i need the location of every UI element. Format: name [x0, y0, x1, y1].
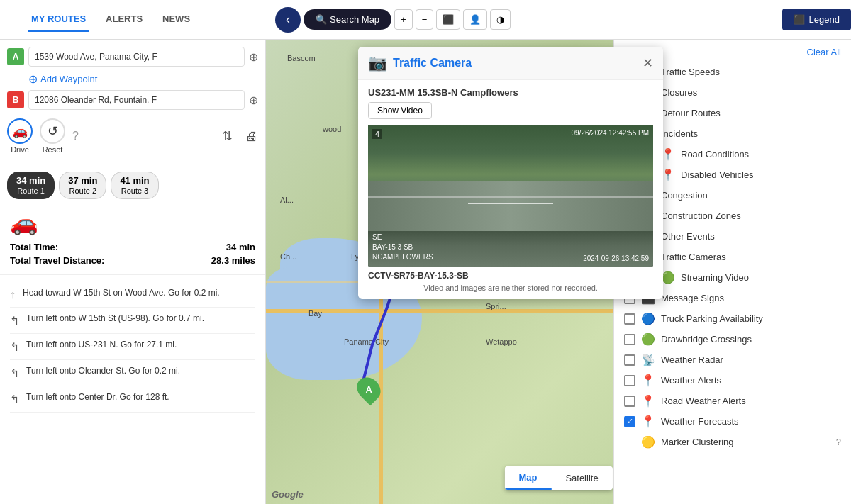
total-distance-value: 28.3 miles: [211, 255, 255, 266]
incidents-label: Incidents: [661, 128, 841, 139]
layers-button[interactable]: 👤: [463, 9, 487, 30]
streaming-video-label: Streaming Video: [681, 272, 841, 283]
search-bar-area: ‹ 🔍 Search Map + − ⬛ 👤 ◑: [269, 7, 782, 33]
tab-my-routes[interactable]: MY ROUTES: [28, 8, 89, 32]
waypoint-a-input[interactable]: [28, 47, 245, 67]
camera-overlay-timestamp: 2024-09-26 13:42:59: [583, 254, 649, 262]
route-info: 🚗 Total Time: 34 min Total Travel Distan…: [0, 199, 265, 275]
traffic-cameras-label: Traffic Cameras: [661, 252, 841, 262]
camera-feed: 4 09/26/2024 12:42:55 PM SE BAY-15 3 SB …: [368, 125, 653, 267]
legend-item-drawbridge: 🟢 Drawbridge Crossings: [624, 329, 841, 349]
save-icon: ⬛: [443, 14, 454, 25]
direction-item: ↰ Turn left onto W 15th St (US-98). Go f…: [10, 308, 255, 334]
route-tab-2[interactable]: 37 min Route 2: [59, 172, 106, 199]
direction-text: Turn left onto Center Dr. Go for 128 ft.: [26, 392, 169, 402]
contrast-icon: ◑: [496, 14, 504, 25]
waypoint-a-row: A ⊕: [7, 47, 258, 67]
tab-alerts[interactable]: ALERTS: [103, 8, 145, 32]
truck-parking-checkbox[interactable]: [624, 313, 635, 325]
marker-clustering-label: Marker Clustering: [661, 437, 828, 447]
camera-overlay-datetime: 09/26/2024 12:42:55 PM: [571, 129, 649, 137]
search-icon: 🔍: [316, 14, 327, 25]
legend-item-weather-radar: 📡 Weather Radar: [624, 349, 841, 370]
waypoint-a-label: A: [7, 48, 24, 65]
start-marker-a: A: [358, 376, 379, 402]
truck-parking-icon: 🔵: [641, 312, 655, 325]
legend-item-truck-parking: 🔵 Truck Parking Availability: [624, 308, 841, 329]
reset-icon: ↺: [40, 118, 65, 144]
google-logo: Google: [272, 489, 304, 500]
direction-arrow: ↰: [10, 314, 19, 327]
map-view-button[interactable]: Map: [504, 466, 551, 490]
legend-button[interactable]: ⬛ Legend: [782, 9, 851, 30]
save-button[interactable]: ⬛: [436, 9, 460, 30]
route-tab-1[interactable]: 34 min Route 1: [7, 172, 55, 199]
weather-forecasts-checkbox[interactable]: ✓: [624, 416, 635, 427]
legend-item-weather-alerts: 📍 Weather Alerts: [624, 370, 841, 391]
congestion-label: Congestion: [661, 190, 841, 201]
message-signs-label: Message Signs: [661, 293, 841, 303]
reset-button[interactable]: ↺ Reset: [40, 118, 65, 154]
direction-item: ↑ Head toward W 15th St on Wood Ave. Go …: [10, 282, 255, 308]
tab-news[interactable]: NEWS: [160, 8, 193, 32]
camera-close-button[interactable]: ✕: [643, 55, 653, 71]
weather-alerts-icon: 📍: [641, 374, 655, 387]
add-waypoint-icon: ⊕: [28, 72, 38, 86]
route-controls: 🚗 Drive ↺ Reset ? ⇅ 🖨: [7, 116, 258, 157]
nav-logo-area: MY ROUTES ALERTS NEWS: [0, 8, 269, 32]
legend-item-road-weather: 📍 Road Weather Alerts: [624, 391, 841, 411]
waypoint-b-locate-button[interactable]: ⊕: [249, 94, 258, 107]
camera-popup-title: Traffic Camera: [393, 57, 637, 69]
drawbridge-icon: 🟢: [641, 332, 655, 346]
clear-all-button[interactable]: Clear All: [807, 47, 841, 57]
marker-clustering-help-icon[interactable]: ?: [836, 437, 841, 447]
help-button[interactable]: ?: [72, 130, 79, 142]
road-weather-label: Road Weather Alerts: [661, 396, 841, 406]
direction-arrow: ↰: [10, 393, 19, 406]
total-time-row: Total Time: 34 min: [10, 242, 255, 252]
weather-radar-label: Weather Radar: [661, 354, 841, 365]
disabled-vehicles-label: Disabled Vehicles: [681, 169, 841, 180]
show-video-button[interactable]: Show Video: [368, 102, 432, 119]
back-button[interactable]: ‹: [275, 7, 301, 33]
direction-item: ↰ Turn left onto US-231 N. Go for 27.1 m…: [10, 334, 255, 360]
route-inputs: A ⊕ ⊕ Add Waypoint B ⊕ 🚗 Drive ↺ Reset ?…: [0, 40, 265, 164]
left-panel: A ⊕ ⊕ Add Waypoint B ⊕ 🚗 Drive ↺ Reset ?…: [0, 40, 266, 504]
camera-popup-body: US231-MM 15.3SB-N Campflowers Show Video…: [358, 80, 663, 299]
camera-overlay-number: 4: [372, 129, 382, 139]
direction-text: Head toward W 15th St on Wood Ave. Go fo…: [23, 288, 220, 298]
contrast-button[interactable]: ◑: [490, 9, 511, 30]
camera-overlay-location: SE BAY-15 3 SB NCAMPFLOWERS: [372, 233, 433, 262]
total-time-value: 34 min: [226, 242, 255, 252]
satellite-view-button[interactable]: Satellite: [551, 466, 612, 490]
detour-routes-label: Detour Routes: [661, 108, 841, 118]
waypoint-b-input[interactable]: [28, 90, 245, 110]
camera-id: US231-MM 15.3SB-N Campflowers: [368, 87, 653, 98]
direction-text: Turn left onto US-231 N. Go for 27.1 mi.: [26, 340, 177, 349]
drive-button[interactable]: 🚗 Drive: [7, 118, 33, 154]
search-map-button[interactable]: 🔍 Search Map: [304, 9, 391, 30]
road-weather-checkbox[interactable]: [624, 396, 635, 407]
waypoint-a-locate-button[interactable]: ⊕: [249, 50, 258, 64]
drawbridge-checkbox[interactable]: [624, 334, 635, 345]
route-tab-3[interactable]: 41 min Route 3: [111, 172, 158, 199]
direction-arrow: ↰: [10, 366, 19, 380]
route-tabs: 34 min Route 1 37 min Route 2 41 min Rou…: [0, 164, 265, 199]
direction-text: Turn left onto Oleander St. Go for 0.2 m…: [26, 366, 180, 376]
total-distance-label: Total Travel Distance:: [10, 255, 104, 266]
directions-list: ↑ Head toward W 15th St on Wood Ave. Go …: [0, 275, 265, 420]
truck-parking-label: Truck Parking Availability: [661, 313, 841, 324]
layers-icon: 👤: [469, 14, 481, 25]
disabled-vehicles-icon: 📍: [661, 168, 675, 181]
camera-popup-header: 📷 Traffic Camera ✕: [358, 47, 663, 80]
weather-radar-icon: 📡: [641, 353, 655, 366]
print-button[interactable]: 🖨: [245, 129, 258, 144]
swap-waypoints-button[interactable]: ⇅: [222, 128, 233, 144]
weather-alerts-checkbox[interactable]: [624, 375, 635, 386]
add-waypoint-button[interactable]: ⊕ Add Waypoint: [28, 72, 258, 86]
drive-icon: 🚗: [7, 118, 33, 144]
zoom-out-button[interactable]: −: [416, 9, 434, 30]
weather-forecasts-label: Weather Forecasts: [661, 416, 841, 427]
add-button[interactable]: +: [394, 9, 413, 30]
weather-radar-checkbox[interactable]: [624, 354, 635, 366]
